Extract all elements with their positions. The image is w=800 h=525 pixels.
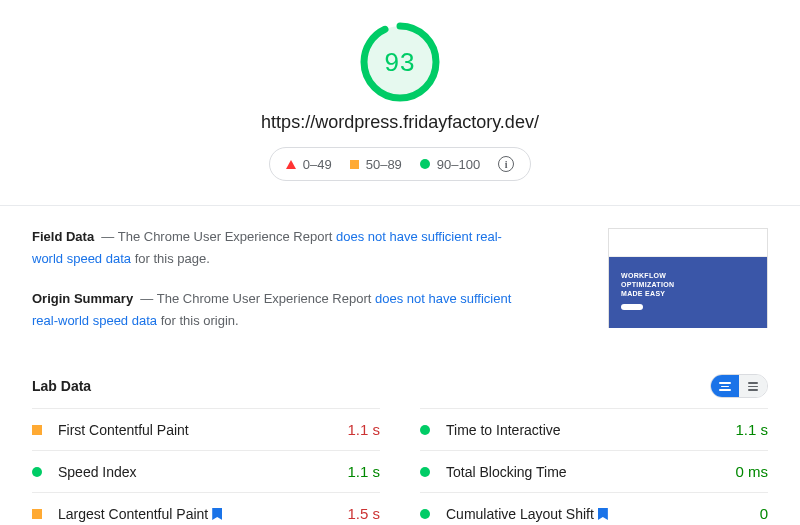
metric-name: Largest Contentful Paint xyxy=(58,506,347,522)
view-toggle-compact[interactable] xyxy=(739,375,767,397)
circle-icon xyxy=(420,425,430,435)
circle-icon xyxy=(32,467,42,477)
square-icon xyxy=(350,160,359,169)
lab-data-heading: Lab Data xyxy=(32,378,91,394)
bookmark-icon xyxy=(598,508,608,520)
score-legend: 0–49 50–89 90–100 i xyxy=(269,147,531,181)
metric-value: 1.1 s xyxy=(347,463,380,480)
page-screenshot[interactable]: WORKFLOW OPTIMIZATION MADE EASY xyxy=(608,228,768,328)
view-toggle[interactable] xyxy=(710,374,768,398)
metric-value: 1.5 s xyxy=(347,505,380,522)
view-toggle-expanded[interactable] xyxy=(711,375,739,397)
metric-row[interactable]: Time to Interactive1.1 s xyxy=(420,408,768,450)
score-gauge: 93 xyxy=(358,20,442,104)
metric-row[interactable]: Largest Contentful Paint 1.5 s xyxy=(32,492,380,525)
circle-icon xyxy=(420,159,430,169)
metric-row[interactable]: Speed Index1.1 s xyxy=(32,450,380,492)
square-icon xyxy=(32,509,42,519)
metric-value: 0 ms xyxy=(735,463,768,480)
score-value: 93 xyxy=(358,20,442,104)
circle-icon xyxy=(420,509,430,519)
legend-poor: 0–49 xyxy=(286,157,332,172)
metric-value: 1.1 s xyxy=(735,421,768,438)
metric-name: First Contentful Paint xyxy=(58,422,347,438)
legend-mid: 50–89 xyxy=(350,157,402,172)
legend-good: 90–100 xyxy=(420,157,480,172)
metric-name: Total Blocking Time xyxy=(446,464,735,480)
origin-summary-notice: Origin Summary — The Chrome User Experie… xyxy=(32,288,522,332)
field-data-notice: Field Data — The Chrome User Experience … xyxy=(32,226,522,270)
metric-row[interactable]: First Contentful Paint1.1 s xyxy=(32,408,380,450)
metric-name: Speed Index xyxy=(58,464,347,480)
metric-value: 1.1 s xyxy=(347,421,380,438)
bookmark-icon xyxy=(212,508,222,520)
metric-name: Cumulative Layout Shift xyxy=(446,506,760,522)
circle-icon xyxy=(420,467,430,477)
metric-value: 0 xyxy=(760,505,768,522)
metric-row[interactable]: Cumulative Layout Shift 0 xyxy=(420,492,768,525)
metric-name: Time to Interactive xyxy=(446,422,735,438)
triangle-icon xyxy=(286,160,296,169)
metric-row[interactable]: Total Blocking Time0 ms xyxy=(420,450,768,492)
square-icon xyxy=(32,425,42,435)
info-icon[interactable]: i xyxy=(498,156,514,172)
tested-url: https://wordpress.fridayfactory.dev/ xyxy=(0,112,800,133)
